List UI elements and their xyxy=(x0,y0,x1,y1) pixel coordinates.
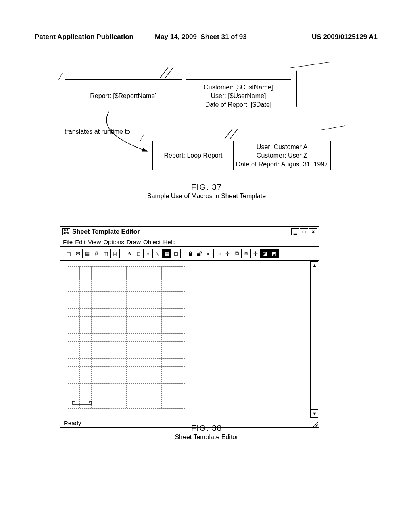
align-left-icon[interactable]: ⇤ xyxy=(204,249,214,258)
break-mark-2-icon: ╱╱ xyxy=(224,129,237,139)
send-back-icon[interactable]: ◩ xyxy=(269,249,278,258)
close-button[interactable]: ✕ xyxy=(309,228,317,235)
lock-icon[interactable]: 🔒︎ xyxy=(186,249,195,258)
save-icon[interactable]: ▤ xyxy=(83,249,92,258)
open-icon[interactable]: ✉ xyxy=(73,249,83,258)
rect-tool-icon[interactable]: □ xyxy=(134,249,144,258)
group-icon[interactable]: ⧉ xyxy=(232,249,242,258)
minimize-button[interactable]: ▁ xyxy=(291,228,299,235)
runtime-meta-cell: User: Customer A Customer: User Z Date o… xyxy=(233,141,331,170)
menu-options[interactable]: Options xyxy=(103,239,124,245)
text-tool-icon[interactable]: A xyxy=(125,249,134,258)
grid-overlay xyxy=(68,266,185,408)
menu-draw[interactable]: Draw xyxy=(127,239,141,245)
titlebar[interactable]: MS AFX Sheet Template Editor ▁ □ ✕ xyxy=(60,227,319,237)
window-title: Sheet Template Editor xyxy=(72,228,291,235)
drawing-canvas[interactable] xyxy=(60,261,310,418)
image-tool-icon[interactable]: ▦ xyxy=(162,249,171,258)
toolbar-group-file: ▢ ✉ ▤ ⎙ ◫ ⍯ xyxy=(64,249,120,258)
template-side xyxy=(290,70,297,112)
preview-icon[interactable]: ◫ xyxy=(101,249,111,258)
scroll-track[interactable] xyxy=(311,270,319,409)
scroll-down-icon[interactable]: ▼ xyxy=(311,409,318,418)
header-pubnum: US 2009/0125129 A1 xyxy=(312,33,378,41)
toolbar-group-arrange: 🔒︎ 🔓︎ ⇤ ⇥ ✛ ⧉ ⧈ ✢ ◪ ◩ xyxy=(186,249,279,258)
vertical-scrollbar[interactable]: ▲ ▼ xyxy=(310,261,319,418)
toolbar-group-draw: A □ ○ ∿ ▦ ⊟ xyxy=(125,249,181,258)
ungroup-icon[interactable]: ⧈ xyxy=(242,249,251,258)
header-publication: Patent Application Publication xyxy=(35,33,133,41)
menu-view[interactable]: View xyxy=(88,239,101,245)
circle-tool-icon[interactable]: ○ xyxy=(144,249,153,258)
template-meta-text: Customer: [$CustName] User: [$UserName] … xyxy=(204,83,273,109)
runtime-report-cell: Report: Loop Report xyxy=(152,141,234,170)
app-icon: MS AFX xyxy=(62,228,70,235)
scroll-up-icon[interactable]: ▲ xyxy=(311,261,318,269)
menu-edit[interactable]: Edit xyxy=(75,239,86,245)
menu-bar: File Edit View Options Draw Object Help xyxy=(60,237,319,247)
align-right-icon[interactable]: ⇥ xyxy=(214,249,223,258)
runtime-roof-right xyxy=(321,126,345,130)
bring-front-icon[interactable]: ◪ xyxy=(260,249,269,258)
line-tool-icon[interactable]: ∿ xyxy=(153,249,162,258)
editor-window: MS AFX Sheet Template Editor ▁ □ ✕ File … xyxy=(60,226,319,428)
fig37-caption: Sample Use of Macros in Sheet Template xyxy=(0,193,413,200)
unlock-icon[interactable]: 🔓︎ xyxy=(195,249,204,258)
new-icon[interactable]: ▢ xyxy=(64,249,73,258)
menu-help[interactable]: Help xyxy=(163,239,175,245)
center-icon[interactable]: ✛ xyxy=(223,249,232,258)
fig38-label: FIG. 38 xyxy=(0,423,413,433)
template-report-text: Report: [$ReportName] xyxy=(90,92,156,100)
toolbar: ▢ ✉ ▤ ⎙ ◫ ⍯ A □ ○ ∿ ▦ ⊟ 🔒︎ 🔓︎ ⇤ ⇥ ✛ xyxy=(60,247,319,261)
print-icon[interactable]: ⎙ xyxy=(92,249,101,258)
ruler-shape-icon xyxy=(72,399,92,405)
template-meta-cell: Customer: [$CustName] User: [$UserName] … xyxy=(186,79,291,112)
header-date-sheet: May 14, 2009 Sheet 31 of 93 xyxy=(155,33,247,41)
fig37-label: FIG. 37 xyxy=(0,182,413,192)
menu-object[interactable]: Object xyxy=(143,239,161,245)
menu-file[interactable]: File xyxy=(63,239,73,245)
cross-icon[interactable]: ✢ xyxy=(251,249,260,258)
header-rule xyxy=(34,44,379,44)
ruler-tool-icon[interactable]: ⊟ xyxy=(171,249,180,258)
runtime-meta-text: User: Customer A Customer: User Z Date o… xyxy=(236,143,328,169)
zoom-icon[interactable]: ⍯ xyxy=(111,249,119,258)
break-mark-icon: ╱╱ xyxy=(159,68,172,78)
fig38-caption: Sheet Template Editor xyxy=(0,434,413,441)
maximize-button[interactable]: □ xyxy=(300,228,308,235)
runtime-report-text: Report: Loop Report xyxy=(164,152,223,159)
template-report-cell: Report: [$ReportName] xyxy=(65,79,182,112)
